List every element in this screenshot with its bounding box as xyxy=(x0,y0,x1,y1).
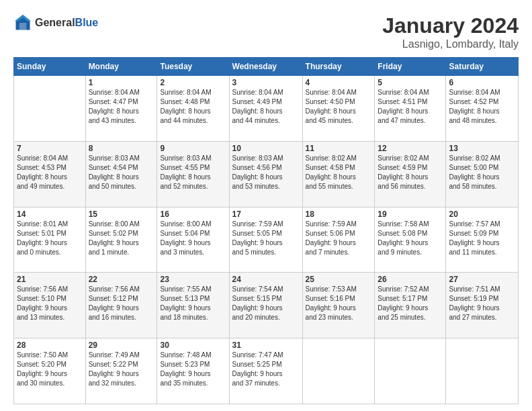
table-cell: 8Sunrise: 8:03 AM Sunset: 4:54 PM Daylig… xyxy=(85,141,157,207)
day-number: 13 xyxy=(449,144,515,153)
table-cell: 24Sunrise: 7:54 AM Sunset: 5:15 PM Dayli… xyxy=(229,273,302,338)
day-detail: Sunrise: 8:02 AM Sunset: 4:59 PM Dayligh… xyxy=(378,154,443,191)
day-detail: Sunrise: 7:58 AM Sunset: 5:08 PM Dayligh… xyxy=(378,220,443,257)
day-number: 5 xyxy=(378,78,443,87)
table-cell: 3Sunrise: 8:04 AM Sunset: 4:49 PM Daylig… xyxy=(229,76,302,142)
col-saturday: Saturday xyxy=(446,58,519,76)
svg-rect-2 xyxy=(19,23,27,30)
table-cell: 9Sunrise: 8:03 AM Sunset: 4:55 PM Daylig… xyxy=(157,141,229,207)
logo-icon xyxy=(13,13,32,32)
table-cell: 20Sunrise: 7:57 AM Sunset: 5:09 PM Dayli… xyxy=(446,207,519,273)
table-cell: 23Sunrise: 7:55 AM Sunset: 5:13 PM Dayli… xyxy=(157,273,229,338)
table-cell: 29Sunrise: 7:49 AM Sunset: 5:22 PM Dayli… xyxy=(85,338,157,404)
day-detail: Sunrise: 7:55 AM Sunset: 5:13 PM Dayligh… xyxy=(160,285,226,322)
table-cell: 18Sunrise: 7:59 AM Sunset: 5:06 PM Dayli… xyxy=(302,207,375,273)
day-number: 28 xyxy=(17,340,83,350)
table-cell: 17Sunrise: 7:59 AM Sunset: 5:05 PM Dayli… xyxy=(229,207,302,273)
table-cell: 6Sunrise: 8:04 AM Sunset: 4:52 PM Daylig… xyxy=(446,76,519,142)
week-row-5: 28Sunrise: 7:50 AM Sunset: 5:20 PM Dayli… xyxy=(14,338,519,404)
day-number: 21 xyxy=(17,275,83,284)
day-detail: Sunrise: 8:02 AM Sunset: 5:00 PM Dayligh… xyxy=(449,154,515,191)
day-number: 29 xyxy=(89,340,154,350)
day-detail: Sunrise: 7:48 AM Sunset: 5:23 PM Dayligh… xyxy=(160,351,226,388)
table-cell: 1Sunrise: 8:04 AM Sunset: 4:47 PM Daylig… xyxy=(85,76,157,142)
day-number: 9 xyxy=(160,144,226,153)
table-cell xyxy=(302,338,375,404)
day-number: 24 xyxy=(232,275,300,284)
day-number: 2 xyxy=(160,78,226,87)
day-detail: Sunrise: 8:00 AM Sunset: 5:04 PM Dayligh… xyxy=(160,220,226,257)
table-cell: 31Sunrise: 7:47 AM Sunset: 5:25 PM Dayli… xyxy=(229,338,302,404)
day-detail: Sunrise: 7:47 AM Sunset: 5:25 PM Dayligh… xyxy=(232,351,300,388)
table-cell: 14Sunrise: 8:01 AM Sunset: 5:01 PM Dayli… xyxy=(14,207,86,273)
table-cell: 7Sunrise: 8:04 AM Sunset: 4:53 PM Daylig… xyxy=(14,141,86,207)
day-number: 27 xyxy=(449,275,515,284)
day-detail: Sunrise: 8:01 AM Sunset: 5:01 PM Dayligh… xyxy=(17,220,83,257)
day-detail: Sunrise: 8:00 AM Sunset: 5:02 PM Dayligh… xyxy=(89,220,154,257)
table-cell: 11Sunrise: 8:02 AM Sunset: 4:58 PM Dayli… xyxy=(302,141,375,207)
day-number: 17 xyxy=(232,210,300,219)
day-detail: Sunrise: 8:03 AM Sunset: 4:55 PM Dayligh… xyxy=(160,154,226,191)
table-cell: 2Sunrise: 8:04 AM Sunset: 4:48 PM Daylig… xyxy=(157,76,229,142)
logo: GeneralBlue xyxy=(13,13,98,32)
day-number: 19 xyxy=(378,210,443,219)
calendar-table: Sunday Monday Tuesday Wednesday Thursday… xyxy=(13,57,519,404)
col-monday: Monday xyxy=(85,58,157,76)
day-detail: Sunrise: 7:50 AM Sunset: 5:20 PM Dayligh… xyxy=(17,351,83,388)
table-cell: 15Sunrise: 8:00 AM Sunset: 5:02 PM Dayli… xyxy=(85,207,157,273)
table-cell: 12Sunrise: 8:02 AM Sunset: 4:59 PM Dayli… xyxy=(375,141,446,207)
day-number: 14 xyxy=(17,210,83,219)
table-cell: 10Sunrise: 8:03 AM Sunset: 4:56 PM Dayli… xyxy=(229,141,302,207)
table-cell xyxy=(14,76,86,142)
day-number: 6 xyxy=(449,78,515,87)
day-number: 31 xyxy=(232,340,300,350)
day-number: 22 xyxy=(89,275,154,284)
day-detail: Sunrise: 7:56 AM Sunset: 5:12 PM Dayligh… xyxy=(89,285,154,322)
table-cell xyxy=(446,338,519,404)
day-detail: Sunrise: 7:53 AM Sunset: 5:16 PM Dayligh… xyxy=(306,285,372,322)
day-number: 4 xyxy=(306,78,372,87)
day-number: 8 xyxy=(89,144,154,153)
table-cell: 19Sunrise: 7:58 AM Sunset: 5:08 PM Dayli… xyxy=(375,207,446,273)
table-cell: 26Sunrise: 7:52 AM Sunset: 5:17 PM Dayli… xyxy=(375,273,446,338)
table-cell: 4Sunrise: 8:04 AM Sunset: 4:50 PM Daylig… xyxy=(302,76,375,142)
day-detail: Sunrise: 8:03 AM Sunset: 4:54 PM Dayligh… xyxy=(89,154,154,191)
table-cell: 30Sunrise: 7:48 AM Sunset: 5:23 PM Dayli… xyxy=(157,338,229,404)
day-number: 1 xyxy=(89,78,154,87)
day-number: 18 xyxy=(306,210,372,219)
day-detail: Sunrise: 7:49 AM Sunset: 5:22 PM Dayligh… xyxy=(89,351,154,388)
day-number: 30 xyxy=(160,340,226,350)
table-cell: 25Sunrise: 7:53 AM Sunset: 5:16 PM Dayli… xyxy=(302,273,375,338)
main-title: January 2024 xyxy=(382,13,519,38)
week-row-2: 7Sunrise: 8:04 AM Sunset: 4:53 PM Daylig… xyxy=(14,141,519,207)
logo-text: GeneralBlue xyxy=(35,17,98,29)
week-row-1: 1Sunrise: 8:04 AM Sunset: 4:47 PM Daylig… xyxy=(14,76,519,142)
week-row-4: 21Sunrise: 7:56 AM Sunset: 5:10 PM Dayli… xyxy=(14,273,519,338)
day-detail: Sunrise: 7:59 AM Sunset: 5:05 PM Dayligh… xyxy=(232,220,300,257)
col-wednesday: Wednesday xyxy=(229,58,302,76)
day-detail: Sunrise: 7:59 AM Sunset: 5:06 PM Dayligh… xyxy=(306,220,372,257)
day-detail: Sunrise: 7:54 AM Sunset: 5:15 PM Dayligh… xyxy=(232,285,300,322)
day-number: 15 xyxy=(89,210,154,219)
header: GeneralBlue January 2024 Lasnigo, Lombar… xyxy=(13,13,519,50)
day-detail: Sunrise: 8:02 AM Sunset: 4:58 PM Dayligh… xyxy=(306,154,372,191)
day-detail: Sunrise: 7:52 AM Sunset: 5:17 PM Dayligh… xyxy=(378,285,443,322)
table-cell: 21Sunrise: 7:56 AM Sunset: 5:10 PM Dayli… xyxy=(14,273,86,338)
day-number: 23 xyxy=(160,275,226,284)
table-cell: 22Sunrise: 7:56 AM Sunset: 5:12 PM Dayli… xyxy=(85,273,157,338)
day-detail: Sunrise: 7:51 AM Sunset: 5:19 PM Dayligh… xyxy=(449,285,515,322)
day-detail: Sunrise: 8:04 AM Sunset: 4:47 PM Dayligh… xyxy=(89,88,154,126)
table-cell: 13Sunrise: 8:02 AM Sunset: 5:00 PM Dayli… xyxy=(446,141,519,207)
day-number: 3 xyxy=(232,78,300,87)
day-detail: Sunrise: 8:03 AM Sunset: 4:56 PM Dayligh… xyxy=(232,154,300,191)
day-number: 16 xyxy=(160,210,226,219)
table-cell: 16Sunrise: 8:00 AM Sunset: 5:04 PM Dayli… xyxy=(157,207,229,273)
day-detail: Sunrise: 7:57 AM Sunset: 5:09 PM Dayligh… xyxy=(449,220,515,257)
table-cell: 28Sunrise: 7:50 AM Sunset: 5:20 PM Dayli… xyxy=(14,338,86,404)
day-detail: Sunrise: 8:04 AM Sunset: 4:48 PM Dayligh… xyxy=(160,88,226,126)
title-block: January 2024 Lasnigo, Lombardy, Italy xyxy=(382,13,519,50)
table-cell: 27Sunrise: 7:51 AM Sunset: 5:19 PM Dayli… xyxy=(446,273,519,338)
day-number: 7 xyxy=(17,144,83,153)
col-friday: Friday xyxy=(375,58,446,76)
day-number: 20 xyxy=(449,210,515,219)
